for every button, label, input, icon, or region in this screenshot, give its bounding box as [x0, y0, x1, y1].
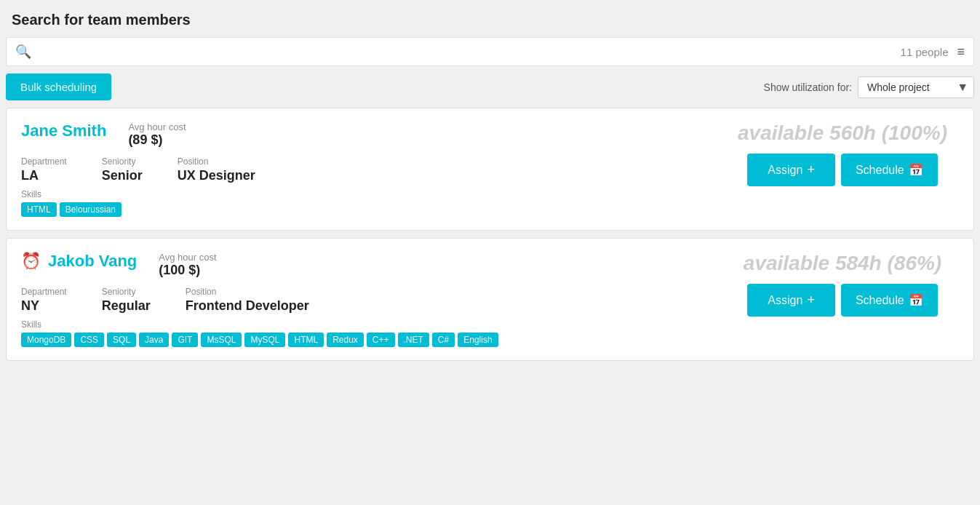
assign-button[interactable]: Assign +: [747, 284, 835, 317]
search-icon: 🔍: [15, 44, 31, 60]
card-top: ⏰ Jakob Vang Avg hour cost (100 $) Depar…: [21, 252, 959, 347]
position-label: Position: [186, 287, 309, 297]
header-with-cost: Jane Smith Avg hour cost (89 $): [21, 122, 726, 148]
seniority-label: Seniority: [102, 156, 143, 167]
department-value: LA: [21, 168, 67, 183]
schedule-button[interactable]: Schedule 📅: [841, 284, 938, 317]
avg-cost-label: Avg hour cost: [159, 252, 216, 263]
skill-tag: .NET: [398, 333, 429, 347]
utilization-label: Show utilization for:: [764, 81, 852, 93]
member-details-row: Department LA Seniority Senior Position …: [21, 156, 726, 183]
skills-tags: HTMLBelourussian: [21, 202, 726, 217]
seniority-value: Senior: [102, 168, 143, 183]
utilization-select-wrapper: Whole project ▼: [858, 76, 974, 98]
skill-tag: Java: [139, 333, 169, 347]
card-top: Jane Smith Avg hour cost (89 $) Departme…: [21, 122, 959, 217]
position-group: Position UX Designer: [178, 156, 255, 183]
skill-tag: GIT: [172, 333, 198, 347]
skills-label: Skills: [21, 319, 726, 330]
action-buttons: Assign + Schedule 📅: [747, 154, 937, 186]
skill-tag: SQL: [107, 333, 136, 347]
assign-button[interactable]: Assign +: [747, 154, 835, 186]
toolbar-row: Bulk scheduling Show utilization for: Wh…: [0, 66, 980, 108]
avg-cost-value: (100 $): [159, 263, 216, 278]
position-group: Position Frontend Developer: [186, 287, 309, 314]
action-buttons: Assign + Schedule 📅: [747, 284, 937, 317]
skill-tag: C#: [432, 333, 455, 347]
skill-tag: HTML: [21, 202, 57, 217]
skill-tag: MongoDB: [21, 333, 71, 347]
skills-section: Skills HTMLBelourussian: [21, 189, 726, 217]
search-input[interactable]: [37, 46, 901, 58]
department-value: NY: [21, 298, 67, 314]
clock-icon: ⏰: [21, 252, 41, 271]
skill-tag: English: [458, 333, 498, 347]
member-name: Jakob Vang: [48, 252, 137, 271]
skill-tag: C++: [367, 333, 395, 347]
skill-tag: MySQL: [244, 333, 285, 347]
avg-cost-label: Avg hour cost: [128, 122, 186, 132]
member-name: Jane Smith: [21, 122, 106, 140]
avg-cost-section: Avg hour cost (89 $): [128, 122, 186, 148]
seniority-group: Seniority Regular: [102, 287, 151, 314]
skills-tags: MongoDBCSSSQLJavaGITMsSQLMySQLHTMLReduxC…: [21, 333, 726, 347]
people-count: 11 people: [901, 46, 949, 58]
availability-text: available 560h (100%): [738, 122, 947, 145]
utilization-select[interactable]: Whole project: [858, 76, 974, 98]
schedule-button[interactable]: Schedule 📅: [841, 154, 938, 186]
filter-icon[interactable]: ≡️: [957, 44, 965, 60]
card-left: Jane Smith Avg hour cost (89 $) Departme…: [21, 122, 726, 217]
member-name-row: ⏰ Jakob Vang: [21, 252, 137, 271]
schedule-calendar-icon: 📅: [909, 163, 923, 177]
member-name-row: Jane Smith: [21, 122, 106, 140]
page-wrapper: Search for team members 🔍 11 people ≡️ B…: [0, 0, 980, 505]
seniority-label: Seniority: [102, 287, 151, 297]
bulk-scheduling-button[interactable]: Bulk scheduling: [6, 73, 111, 100]
seniority-group: Seniority Senior: [102, 156, 143, 183]
skill-tag: CSS: [74, 333, 104, 347]
name-cost-group: ⏰ Jakob Vang: [21, 252, 137, 275]
schedule-calendar-icon: 📅: [909, 293, 923, 307]
skill-tag: HTML: [288, 333, 324, 347]
skills-section: Skills MongoDBCSSSQLJavaGITMsSQLMySQLHTM…: [21, 319, 726, 347]
seniority-value: Regular: [102, 298, 151, 314]
header-with-cost: ⏰ Jakob Vang Avg hour cost (100 $): [21, 252, 726, 278]
member-card-jakob-vang: ⏰ Jakob Vang Avg hour cost (100 $) Depar…: [6, 238, 974, 361]
avg-cost-value: (89 $): [128, 132, 186, 148]
name-cost-group: Jane Smith: [21, 122, 106, 145]
position-value: UX Designer: [178, 168, 255, 183]
department-group: Department LA: [21, 156, 67, 183]
page-title: Search for team members: [0, 0, 980, 37]
skill-tag: Belourussian: [60, 202, 121, 217]
position-value: Frontend Developer: [186, 298, 309, 314]
assign-plus-icon: +: [807, 162, 815, 178]
assign-plus-icon: +: [807, 293, 815, 308]
department-group: Department NY: [21, 287, 67, 314]
skill-tag: MsSQL: [201, 333, 242, 347]
availability-text: available 584h (86%): [744, 252, 941, 275]
card-left: ⏰ Jakob Vang Avg hour cost (100 $) Depar…: [21, 252, 726, 347]
utilization-wrap: Show utilization for: Whole project ▼: [764, 76, 974, 98]
search-bar: 🔍 11 people ≡️: [6, 37, 974, 66]
member-details-row: Department NY Seniority Regular Position…: [21, 287, 726, 314]
position-label: Position: [178, 156, 255, 167]
members-container: Jane Smith Avg hour cost (89 $) Departme…: [0, 108, 980, 361]
skill-tag: Redux: [327, 333, 364, 347]
department-label: Department: [21, 287, 67, 297]
card-right: available 560h (100%) Assign + Schedule …: [726, 122, 959, 186]
member-card-jane-smith: Jane Smith Avg hour cost (89 $) Departme…: [6, 108, 974, 231]
card-right: available 584h (86%) Assign + Schedule 📅: [726, 252, 959, 317]
skills-label: Skills: [21, 189, 726, 199]
department-label: Department: [21, 156, 67, 167]
avg-cost-section: Avg hour cost (100 $): [159, 252, 216, 278]
